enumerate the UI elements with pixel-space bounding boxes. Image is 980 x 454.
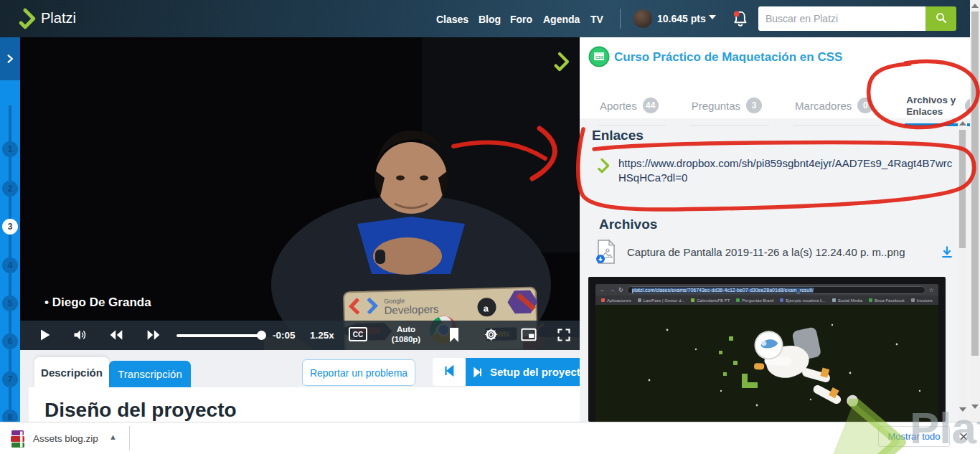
lesson-content: Diseño del proyecto	[29, 387, 580, 422]
previous-class-button[interactable]	[433, 358, 466, 386]
page-scrollbar-thumb[interactable]	[971, 11, 979, 356]
enlaces-heading: Enlaces	[592, 128, 644, 143]
play-button[interactable]	[37, 328, 52, 342]
quality-line1: Auto	[382, 324, 430, 334]
thumb-reload-icon: ↻	[618, 287, 623, 293]
tab-aportes[interactable]: Aportes 44	[598, 88, 666, 126]
thumb-browser-toolbar: ← → ↻ platzi.com/clases/exams/706743ec-d…	[595, 284, 938, 295]
page-scrollbar[interactable]	[970, 0, 980, 422]
nav-divider	[620, 9, 621, 29]
panel-scroll-down-arrow[interactable]	[959, 407, 966, 412]
speed-button[interactable]: 1.25x	[310, 330, 334, 341]
chevron-right-icon	[5, 54, 15, 64]
report-problem-button[interactable]: Reportar un problema	[302, 359, 415, 386]
winrar-archive-icon	[10, 430, 26, 448]
image-file-icon	[595, 240, 616, 264]
nav-link-clases[interactable]: Clases	[436, 14, 468, 25]
thumb-page-content	[595, 305, 938, 422]
svg-text:CSS: CSS	[595, 55, 604, 60]
bookmark-item: Beca Facebook	[869, 298, 905, 303]
panel-scrollbar[interactable]	[958, 118, 967, 422]
lesson-dot-5[interactable]: 5	[2, 295, 18, 311]
tab-descripcion[interactable]: Descripción	[34, 357, 109, 387]
svg-text:a: a	[483, 303, 489, 313]
downloads-bar: Assets blog.zip ▲ Mostrar todo ✕	[0, 422, 980, 454]
download-file-name: Assets blog.zip	[33, 433, 98, 444]
tab-archivos-enlaces-active[interactable]: Archivos y Enlaces 3	[905, 88, 980, 126]
close-downloads-bar-icon[interactable]: ✕	[958, 430, 969, 445]
search-icon	[935, 11, 948, 24]
tab-aportes-label: Aportes	[600, 100, 637, 112]
lesson-dot-3-active[interactable]: 3	[2, 219, 18, 235]
rail-expand-button[interactable]	[0, 37, 20, 80]
nav-link-agenda[interactable]: Agenda	[543, 14, 580, 25]
bookmark-item: CalendarioFB PT	[691, 298, 730, 303]
page-scroll-up-arrow[interactable]	[971, 4, 979, 8]
quality-button[interactable]: Auto (1080p)	[382, 324, 430, 345]
astronaut-illustration	[595, 305, 938, 422]
lesson-dot-1[interactable]: 1	[2, 141, 18, 157]
svg-text:Developers: Developers	[384, 303, 438, 316]
avatar[interactable]	[633, 9, 652, 28]
nav-link-tv[interactable]: TV	[590, 14, 603, 25]
page-scroll-down-arrow[interactable]	[971, 405, 979, 409]
page: Platzi Clases Blog Foro Agenda TV 10.645…	[0, 0, 980, 454]
quality-line2: (1080p)	[382, 334, 430, 344]
fullscreen-button[interactable]	[557, 328, 571, 342]
nav-link-blog[interactable]: Blog	[479, 14, 501, 25]
download-expand-chevron-icon[interactable]: ▲	[109, 432, 117, 441]
file-name[interactable]: Captura de Pantalla 2019-11-26 a la(s) 1…	[627, 246, 928, 258]
notifications-bell-icon[interactable]	[730, 9, 750, 29]
panel-scrollbar-thumb[interactable]	[959, 130, 966, 248]
miniplayer-button[interactable]	[521, 328, 537, 341]
lesson-dot-2[interactable]: 2	[2, 181, 18, 197]
tab-aportes-count: 44	[643, 98, 659, 113]
tab-preguntas[interactable]: Preguntas 3	[690, 88, 769, 126]
download-file-button[interactable]	[940, 245, 954, 259]
thumb-star-icon: ☆	[929, 287, 934, 293]
show-all-downloads-button[interactable]: Mostrar todo	[878, 426, 950, 447]
points-label[interactable]: 10.645 pts	[657, 13, 706, 24]
skip-next-icon	[472, 366, 484, 378]
volume-button[interactable]	[72, 328, 88, 342]
search-button[interactable]	[925, 6, 956, 31]
tab-archivos-enlaces-label: Archivos y Enlaces	[906, 95, 959, 118]
course-icon[interactable]: CSS	[588, 46, 610, 67]
panel-scroll-up-arrow[interactable]	[959, 121, 966, 126]
platzi-logo-icon[interactable]	[14, 8, 36, 29]
platzi-link-icon	[594, 158, 610, 174]
file-preview-thumbnail[interactable]: ← → ↻ platzi.com/clases/exams/706743ec-d…	[588, 277, 946, 422]
lesson-dot-7[interactable]: 7	[2, 372, 18, 387]
nav-link-foro[interactable]: Foro	[510, 14, 532, 25]
bullet: •	[44, 295, 52, 309]
bookmark-item: Invoices	[911, 298, 933, 303]
video-player[interactable]: Google Developers a PWN	[20, 37, 580, 350]
tab-marcadores[interactable]: Marcadores 0	[793, 88, 880, 126]
resource-link-row[interactable]: https://www.dropbox.com/sh/pi859sgbnt4ej…	[594, 156, 953, 186]
chevron-down-icon[interactable]	[709, 15, 716, 19]
bookmark-item: Aplicaciones	[601, 298, 631, 303]
next-class-setup-button[interactable]: Setup del proyecto	[466, 358, 593, 386]
lesson-dot-6[interactable]: 6	[2, 334, 18, 349]
dropbox-link[interactable]: https://www.dropbox.com/sh/pi859sgbnt4ej…	[618, 156, 953, 186]
settings-gear-button[interactable]	[484, 327, 499, 342]
captions-button[interactable]: CC	[349, 327, 367, 341]
downloaded-file-item[interactable]: Assets blog.zip	[10, 427, 125, 450]
course-title[interactable]: Curso Práctico de Maquetación en CSS	[614, 50, 915, 65]
thumb-bookmarks-bar: Aplicaciones LastPass | Gestor d... Cale…	[595, 295, 938, 305]
forward-button[interactable]	[145, 328, 162, 342]
platzi-video-watermark-icon	[550, 52, 570, 72]
bookmark-item: Social Media	[832, 298, 862, 303]
rewind-button[interactable]	[108, 328, 125, 342]
progress-knob[interactable]	[257, 331, 266, 340]
brand-name[interactable]: Platzi	[41, 10, 76, 27]
file-row[interactable]: Captura de Pantalla 2019-11-26 a la(s) 1…	[595, 240, 954, 264]
tab-preguntas-label: Preguntas	[692, 100, 740, 112]
search-input[interactable]	[758, 6, 925, 31]
progress-bar[interactable]	[176, 334, 263, 337]
tab-transcripcion[interactable]: Transcripción	[109, 361, 191, 387]
rail-connector	[9, 105, 11, 454]
lesson-dot-4[interactable]: 4	[2, 257, 18, 273]
skip-previous-icon	[443, 364, 456, 377]
bookmark-button[interactable]	[448, 327, 461, 343]
